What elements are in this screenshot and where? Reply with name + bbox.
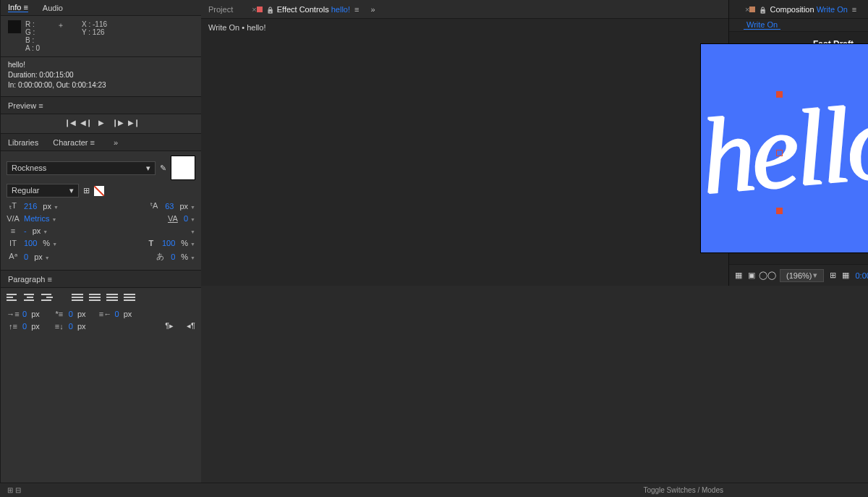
fontsize-icon: ₜT [7, 201, 20, 211]
project-panel: Project × Effect Controls hello! ≡ » Wri… [201, 0, 729, 286]
justify-left-icon[interactable] [72, 294, 83, 304]
space-before-icon: ↑≡ [7, 322, 20, 331]
font-style-select[interactable]: Regular▾ [7, 184, 79, 197]
always-preview-icon[interactable]: ▦ [735, 269, 742, 282]
active-comp-crumb[interactable]: Write On [744, 20, 780, 30]
stroke-value[interactable]: - [24, 226, 27, 235]
font-size-value[interactable]: 216 [24, 202, 37, 211]
mask-icon[interactable]: ◯◯ [761, 269, 774, 282]
hello-text-layer[interactable]: hello [696, 77, 868, 218]
paragraph-head: Paragraph ≡ [1, 271, 201, 288]
eyedropper-icon[interactable]: ✎ [160, 163, 166, 173]
no-fill-icon[interactable] [94, 186, 104, 196]
font-family-select[interactable]: Rockness▾ [7, 161, 156, 175]
preview-controls: ❙◀ ◀❙ ▶ ❙▶ ▶❙ [1, 114, 201, 134]
time-display[interactable]: 0:00:00:00 [855, 271, 868, 280]
comp-breadcrumb: Write On [729, 19, 868, 32]
stroke-style-select[interactable] [188, 226, 195, 235]
info-rgba: R : G : B : A : 0 ＋ X : -116 Y : 126 [1, 16, 201, 57]
transform-handle[interactable] [776, 91, 783, 98]
kerning-value[interactable]: Metrics [24, 214, 56, 223]
transparency-grid-icon[interactable]: ▦ [842, 269, 849, 282]
indent-left-icon: →≡ [7, 310, 20, 318]
text-direction-ltr-icon[interactable]: ¶▸ [165, 321, 174, 331]
viewer: Fast Draft hello [729, 32, 868, 264]
lock-icon [759, 5, 770, 14]
toggle-switches-icon[interactable]: ⊞ ⊟ [7, 486, 21, 494]
indent-first-icon: *≡ [53, 310, 66, 318]
left-tabs: Project × Effect Controls hello! ≡ » [201, 0, 728, 19]
vscale-value[interactable]: 100 [24, 239, 37, 247]
tab-character[interactable]: Character ≡ [53, 138, 95, 147]
play-icon[interactable]: ▶ [96, 119, 106, 129]
align-center-icon[interactable] [24, 294, 35, 304]
right-panels: Info ≡ Audio R : G : B : A : 0 ＋ X : -11… [0, 0, 201, 497]
info-layer-text: hello! Duration: 0:00:15:00 In: 0:00:00:… [1, 57, 201, 97]
color-swatch [8, 20, 21, 33]
kerning-icon: V/A [7, 214, 20, 223]
toggle-switches-label[interactable]: Toggle Switches / Modes [643, 486, 723, 494]
justify-all-icon[interactable] [124, 294, 135, 304]
tab-info[interactable]: Info ≡ [8, 3, 28, 12]
comp-canvas[interactable]: hello [700, 43, 868, 253]
baseline-value[interactable]: 0 [24, 252, 28, 261]
leading-icon: ᵗA [148, 201, 161, 211]
indent-right-icon: ≡← [99, 310, 112, 318]
vscale-icon: IT [7, 239, 20, 247]
layer-color-swatch [257, 7, 263, 12]
text-direction-rtl-icon[interactable]: ◂¶ [187, 321, 195, 331]
leading-value[interactable]: 63 [165, 202, 174, 211]
preview-head: Preview ≡ [1, 97, 201, 114]
composition-panel: × Composition Write On ≡ Write On Fast D… [729, 0, 868, 286]
swap-colors-icon[interactable]: ⊞ [83, 186, 90, 195]
tracking-icon: VA [166, 214, 179, 223]
lock-icon [266, 5, 277, 14]
transform-handle[interactable] [776, 150, 783, 156]
transform-handle[interactable] [776, 208, 783, 214]
grid-icon[interactable]: ▣ [748, 269, 755, 282]
prev-frame-icon[interactable]: ◀❙ [80, 119, 90, 129]
panel-overflow-icon[interactable]: » [366, 5, 379, 14]
zoom-select[interactable]: (196%) [780, 269, 824, 282]
justify-center-icon[interactable] [89, 294, 101, 304]
fill-stroke-swatch[interactable] [171, 156, 195, 180]
strokewidth-icon: ≡ [7, 226, 20, 235]
tab-audio[interactable]: Audio [43, 4, 63, 12]
info-audio-tabs: Info ≡ Audio [1, 0, 201, 16]
last-frame-icon[interactable]: ▶❙ [128, 119, 138, 129]
hscale-value[interactable]: 100 [162, 239, 175, 247]
character-panel: Rockness▾ ✎ Regular▾ ⊞ ₜT 216px ᵗA 63px … [1, 151, 201, 271]
first-frame-icon[interactable]: ❙◀ [64, 119, 75, 129]
paragraph-panel: →≡0px *≡0px ≡←0px ↑≡0px ≡↓0px ¶▸ ◂¶ [1, 288, 201, 339]
align-right-icon[interactable] [41, 294, 53, 304]
viewer-footer: ▦ ▣ ◯◯ (196%) ⊞ ▦ 0:00:00:00 ◙ Full ▣ ▦ … [729, 264, 868, 286]
tsumi-value[interactable]: 0 [171, 252, 175, 261]
tsumi-icon: あ [153, 251, 166, 262]
panel-menu-icon[interactable]: ≡ [852, 5, 856, 14]
effect-controls-body: Write On • hello! [201, 19, 728, 36]
tracking-value[interactable]: 0 [184, 214, 195, 223]
tab-composition[interactable]: × Composition Write On ≡ [733, 0, 864, 18]
tab-libraries[interactable]: Libraries [8, 138, 38, 147]
next-frame-icon[interactable]: ❙▶ [112, 119, 122, 129]
comp-tab-bar: × Composition Write On ≡ [729, 0, 868, 19]
baseline-icon: Aᵃ [7, 252, 20, 261]
space-after-icon: ≡↓ [53, 322, 66, 331]
timeline-footer: ⊞ ⊟ Toggle Switches / Modes [0, 483, 868, 497]
comp-color-swatch [749, 7, 755, 12]
align-left-icon[interactable] [7, 294, 18, 304]
crosshair-icon: ＋ [57, 20, 64, 30]
tab-effect-controls[interactable]: × Effect Controls hello! ≡ [240, 0, 366, 18]
justify-right-icon[interactable] [106, 294, 118, 304]
panel-menu-icon[interactable]: ≡ [354, 5, 359, 14]
roi-icon[interactable]: ⊞ [830, 269, 836, 282]
panel-overflow-icon[interactable]: » [109, 138, 122, 147]
tab-project[interactable]: Project [201, 0, 240, 18]
char-head: Libraries Character ≡ » [1, 134, 201, 151]
hscale-icon: T [145, 239, 158, 247]
